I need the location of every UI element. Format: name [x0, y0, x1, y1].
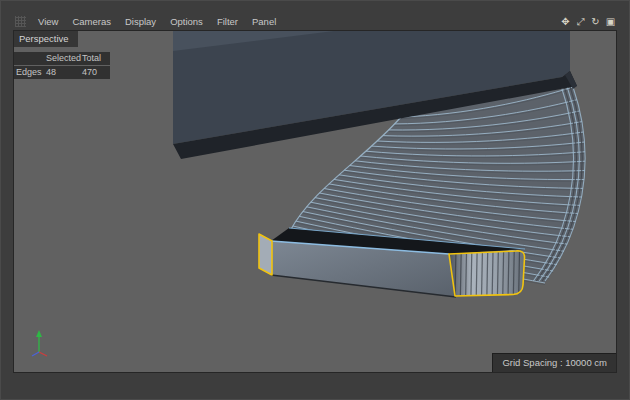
right-cap-selected — [449, 247, 525, 299]
stats-header-selected: Selected — [46, 53, 82, 63]
perspective-viewport[interactable]: Perspective Selected Total Edges 48 470 … — [13, 30, 617, 373]
menu-options[interactable]: Options — [163, 16, 210, 27]
viewport-menubar: View Cameras Display Options Filter Pane… — [13, 13, 617, 30]
scene-canvas — [14, 31, 616, 372]
camera-label[interactable]: Perspective — [14, 31, 78, 47]
axis-gizmo — [32, 330, 47, 356]
stats-total-value: 470 — [82, 67, 108, 77]
stats-row-edges: Edges 48 470 — [14, 66, 110, 79]
stats-header-total: Total — [82, 53, 108, 63]
menu-filter[interactable]: Filter — [210, 16, 245, 27]
selection-stats-panel: Selected Total Edges 48 470 — [14, 52, 110, 80]
rotate-icon[interactable]: ↻ — [589, 16, 602, 27]
menu-grip-icon[interactable] — [15, 16, 26, 27]
pan-icon[interactable]: ✥ — [559, 16, 572, 27]
menu-display[interactable]: Display — [118, 16, 163, 27]
left-cap-selected — [259, 234, 272, 275]
zoom-icon[interactable]: ⤢ — [574, 16, 587, 27]
stats-header-row: Selected Total — [14, 52, 110, 65]
stats-selected-value: 48 — [46, 67, 82, 77]
stats-row-label: Edges — [16, 67, 46, 77]
menu-cameras[interactable]: Cameras — [65, 16, 118, 27]
grid-spacing-status: Grid Spacing : 10000 cm — [492, 353, 616, 372]
maximize-icon[interactable]: ▣ — [604, 16, 617, 27]
menu-panel[interactable]: Panel — [245, 16, 283, 27]
menu-view[interactable]: View — [31, 16, 65, 27]
